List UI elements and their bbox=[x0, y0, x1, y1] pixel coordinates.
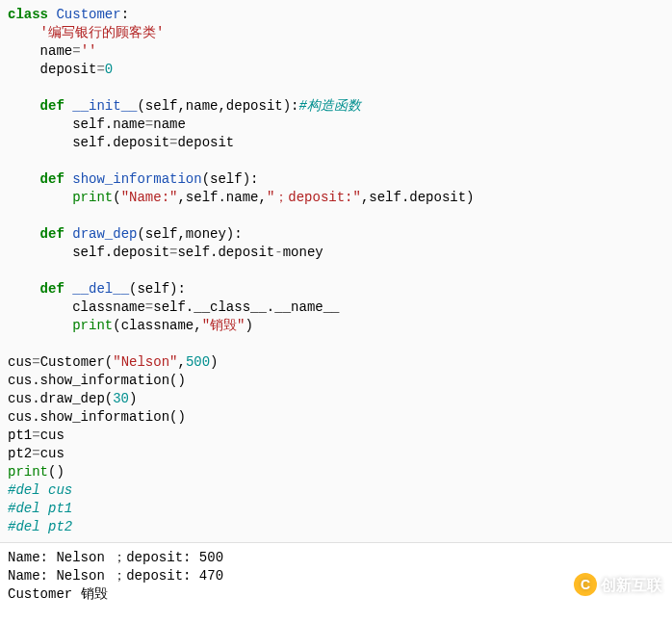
args-mid: ,self.name, bbox=[177, 190, 266, 205]
operator-eq: = bbox=[32, 354, 39, 370]
watermark-logo-icon: C bbox=[574, 573, 597, 596]
call-customer: Customer( bbox=[40, 354, 114, 370]
number-30: 30 bbox=[113, 391, 129, 406]
rhs-deposit: deposit bbox=[177, 135, 234, 150]
operator-eq: = bbox=[96, 62, 104, 77]
number-zero: 0 bbox=[105, 62, 113, 77]
func-del: __del__ bbox=[72, 281, 129, 297]
operator-eq: = bbox=[32, 428, 39, 443]
watermark-text: 创新互联 bbox=[601, 576, 662, 594]
output-line-1: Name: Nelson ；deposit: 500 bbox=[8, 550, 223, 565]
string-nelson: "Nelson" bbox=[113, 354, 177, 370]
comma: , bbox=[177, 354, 185, 370]
attr-name: name bbox=[40, 43, 73, 59]
builtin-print: print bbox=[72, 190, 113, 205]
args: (self): bbox=[129, 281, 186, 297]
self-deposit: self.deposit bbox=[72, 135, 169, 150]
keyword-def: def bbox=[40, 226, 65, 242]
colon: : bbox=[121, 7, 129, 22]
output-line-3: Customer 销毁 bbox=[8, 586, 108, 602]
lhs-classname: classname bbox=[72, 299, 145, 315]
rhs-classname: self.__class__.__name__ bbox=[153, 299, 339, 315]
comment-del-pt1: #del pt1 bbox=[8, 501, 72, 516]
string-name-label: "Name:" bbox=[121, 190, 178, 205]
paren-close: ) bbox=[245, 318, 252, 333]
screenshot-container: class Customer: '编写银行的顾客类' name='' depos… bbox=[0, 0, 672, 623]
rhs-name: name bbox=[153, 117, 186, 132]
class-name: Customer bbox=[56, 7, 120, 22]
empty-args: () bbox=[48, 464, 65, 480]
builtin-print: print bbox=[72, 318, 113, 333]
args-end: ,self.deposit) bbox=[361, 190, 475, 205]
paren-open: ( bbox=[113, 190, 120, 205]
code-block: class Customer: '编写银行的顾客类' name='' depos… bbox=[0, 0, 672, 543]
keyword-def: def bbox=[40, 171, 65, 187]
mid: self.deposit bbox=[177, 245, 274, 260]
comment-constructor: #构造函数 bbox=[298, 98, 360, 114]
output-block: Name: Nelson ；deposit: 500 Name: Nelson … bbox=[0, 543, 672, 610]
keyword-class: class bbox=[8, 7, 48, 22]
keyword-def: def bbox=[40, 281, 65, 297]
string-destroy: "销毁" bbox=[202, 318, 246, 333]
comment-del-cus: #del cus bbox=[8, 482, 72, 498]
rhs-cus: cus bbox=[40, 446, 65, 461]
operator-eq: = bbox=[32, 446, 39, 461]
rhs-cus: cus bbox=[40, 428, 65, 443]
args: (self,name,deposit): bbox=[137, 98, 298, 114]
args: (self): bbox=[202, 171, 259, 187]
builtin-print: print bbox=[8, 464, 48, 480]
keyword-def: def bbox=[40, 98, 65, 114]
comment-del-pt2: #del pt2 bbox=[8, 519, 72, 534]
call-show-info-1: cus.show_information() bbox=[8, 373, 186, 388]
watermark: C 创新互联 bbox=[574, 573, 662, 596]
output-line-2: Name: Nelson ；deposit: 470 bbox=[8, 568, 223, 584]
paren-close: ) bbox=[210, 354, 218, 370]
operator-eq: = bbox=[72, 43, 80, 59]
rhs: money bbox=[283, 245, 323, 260]
self-name: self.name bbox=[72, 117, 145, 132]
paren-close: ) bbox=[129, 391, 137, 406]
call-show-info-2: cus.show_information() bbox=[8, 409, 186, 425]
docstring: '编写银行的顾客类' bbox=[40, 25, 165, 40]
call-draw-dep-open: cus.draw_dep( bbox=[8, 391, 113, 406]
number-500: 500 bbox=[186, 354, 210, 370]
func-draw-dep: draw_dep bbox=[72, 226, 137, 242]
var-pt1: pt1 bbox=[8, 428, 32, 443]
operator-eq: = bbox=[145, 299, 153, 315]
var-pt2: pt2 bbox=[8, 446, 32, 461]
args: (self,money): bbox=[137, 226, 242, 242]
args-open: (classname, bbox=[113, 318, 201, 333]
operator-eq: = bbox=[145, 117, 153, 132]
operator-minus: - bbox=[274, 245, 282, 260]
lhs: self.deposit bbox=[72, 245, 169, 260]
string-empty: '' bbox=[81, 43, 97, 59]
func-show-info: show_information bbox=[72, 171, 201, 187]
func-init: __init__ bbox=[72, 98, 137, 114]
var-cus: cus bbox=[8, 354, 32, 370]
string-deposit-label: "；deposit:" bbox=[267, 190, 361, 205]
attr-deposit: deposit bbox=[40, 62, 97, 77]
